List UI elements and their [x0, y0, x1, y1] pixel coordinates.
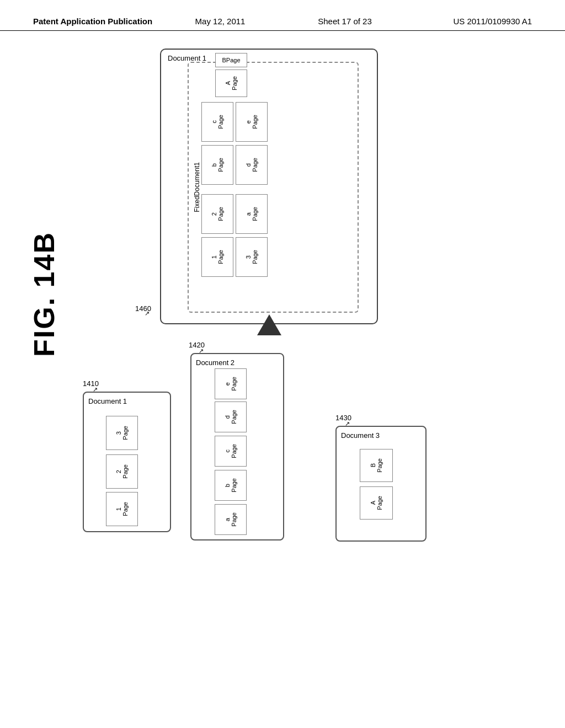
doc2-box: Document 2 a Page b Page c Page d Page e… [190, 353, 284, 540]
page-1-box: 1 Page [201, 237, 233, 277]
page-word-b-m: Page [217, 158, 224, 172]
page-c-merged-box: c Page [201, 102, 233, 142]
page-2-box: 2 Page [201, 194, 233, 234]
doc1-page3: 3 Page [106, 416, 138, 450]
doc1-page2: 2 Page [106, 454, 138, 489]
fixed-doc-label: FixedDocument1 [193, 162, 201, 212]
publication-title: Patent Application Publication [33, 17, 158, 26]
doc2-page-a: a Page [215, 504, 247, 535]
page-word-a: Page [252, 207, 258, 221]
doc3-label: Document 3 [341, 431, 421, 440]
page-e-merged-box: e Page [236, 102, 268, 142]
figure-label: FIG. 14B [28, 232, 61, 357]
page-word-2: Page [217, 207, 224, 221]
page-word-e-m: Page [252, 115, 258, 129]
ref-arrow-1460: ↗ [145, 310, 150, 317]
page-header: Patent Application Publication May 12, 2… [0, 17, 565, 31]
doc1-page1: 1 Page [106, 492, 138, 526]
doc2-page-d: d Page [215, 402, 247, 432]
doc3-page-B: B Page [360, 449, 393, 482]
page-word-c-m: Page [217, 115, 224, 129]
page-3-box: 3 Page [236, 237, 268, 277]
publication-date: May 12, 2011 [158, 17, 282, 26]
patent-number: US 2011/0109930 A1 [407, 17, 532, 26]
page-word-d-m: Page [252, 158, 258, 172]
doc2-page-b: b Page [215, 470, 247, 501]
page-d-merged-box: d Page [236, 145, 268, 185]
doc2-page-e: e Page [215, 368, 247, 399]
sheet-info: Sheet 17 of 23 [282, 17, 407, 26]
doc2-page-c: c Page [215, 436, 247, 467]
doc1-label: Document 1 [88, 397, 166, 405]
page-B-merged-box: B Page [215, 53, 247, 67]
merged-doc-label: Document 1 [168, 54, 206, 62]
page-word-1: Page [217, 250, 224, 264]
doc1-box: Document 1 1 Page 2 Page 3 Page [83, 392, 171, 532]
doc3-box: Document 3 A Page B Page [335, 426, 427, 542]
page-word-3: Page [252, 250, 258, 264]
page-A-merged-box: A Page [215, 69, 247, 97]
page-b-merged-box: b Page [201, 145, 233, 185]
page-a-box: a Page [236, 194, 268, 234]
doc2-label: Document 2 [196, 358, 279, 367]
doc3-page-A: A Page [360, 486, 393, 520]
page-word-A-m: Page [231, 76, 238, 90]
up-arrow [257, 314, 281, 335]
page-word-B-m: Page [226, 57, 241, 63]
